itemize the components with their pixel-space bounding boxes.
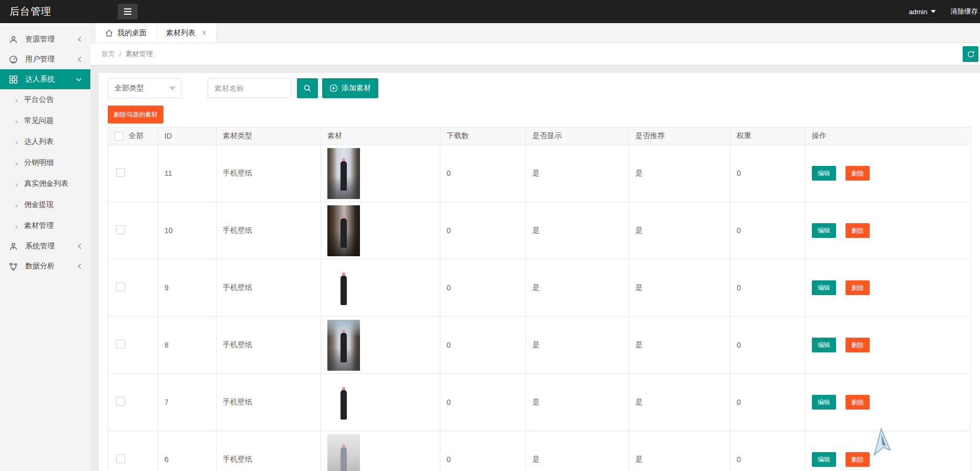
cell-weight: 0 xyxy=(730,259,806,317)
cell-downloads: 0 xyxy=(440,374,526,431)
sidebar-item-system[interactable]: 系统管理 xyxy=(0,236,90,256)
add-material-label: 添加素材 xyxy=(342,83,371,93)
main-area: 我的桌面 素材列表 × 首页 / 素材管理 全部类型 xyxy=(90,23,980,471)
cell-weight: 0 xyxy=(730,374,806,431)
material-thumbnail[interactable] xyxy=(327,377,360,428)
cell-visible: 是 xyxy=(526,374,629,431)
material-thumbnail[interactable] xyxy=(327,148,360,199)
cell-recommended: 是 xyxy=(629,145,730,202)
hamburger-icon xyxy=(123,8,132,15)
dial-icon xyxy=(9,55,18,64)
cell-id: 11 xyxy=(158,145,216,202)
delete-button[interactable]: 删除 xyxy=(845,223,870,238)
content-area: 全部类型 添加素材 删除勾选的素材 xyxy=(90,65,980,471)
refresh-icon xyxy=(967,50,975,58)
row-checkbox[interactable] xyxy=(116,454,125,463)
close-icon[interactable]: × xyxy=(202,29,207,37)
cell-downloads: 0 xyxy=(440,145,526,202)
cell-downloads: 0 xyxy=(440,259,526,317)
header-weight: 权重 xyxy=(730,128,806,145)
sidebar-item-label: 用户管理 xyxy=(25,55,55,64)
user-menu[interactable]: admin xyxy=(909,8,936,16)
header-visible: 是否显示 xyxy=(526,128,629,145)
chevron-down-icon xyxy=(76,77,82,82)
chevron-right-icon: › xyxy=(15,117,18,125)
edit-button[interactable]: 编辑 xyxy=(812,338,836,352)
sidebar-subitem-material-management[interactable]: › 素材管理 xyxy=(0,215,90,236)
refresh-button[interactable] xyxy=(963,46,978,62)
material-name-input[interactable] xyxy=(208,78,292,98)
row-checkbox[interactable] xyxy=(116,397,125,406)
material-thumbnail[interactable] xyxy=(327,434,360,471)
breadcrumb-home[interactable]: 首页 xyxy=(101,49,115,59)
table-row: 7 手机壁纸 0 是 是 0 编辑 删除 xyxy=(108,374,971,431)
edit-button[interactable]: 编辑 xyxy=(812,166,836,181)
sidebar-subitem-label: 分销明细 xyxy=(24,158,54,168)
sidebar-item-label: 系统管理 xyxy=(25,242,55,251)
chevron-right-icon: › xyxy=(15,96,18,104)
sidebar-subitem-commission-withdraw[interactable]: › 佣金提现 xyxy=(0,194,90,215)
delete-button[interactable]: 删除 xyxy=(845,280,870,295)
edit-button[interactable]: 编辑 xyxy=(812,223,836,238)
delete-button[interactable]: 删除 xyxy=(845,166,870,181)
delete-button[interactable]: 删除 xyxy=(845,452,870,467)
sidebar-subitem-label: 真实佣金列表 xyxy=(24,179,68,189)
sidebar-item-talent-system[interactable]: 达人系统 xyxy=(0,69,90,89)
cell-material-type: 手机壁纸 xyxy=(216,259,321,317)
row-checkbox[interactable] xyxy=(116,282,125,291)
row-checkbox[interactable] xyxy=(116,225,125,234)
type-select[interactable]: 全部类型 xyxy=(108,78,181,98)
material-thumbnail[interactable] xyxy=(327,205,360,256)
grid-icon xyxy=(9,75,18,84)
header-actions: 操作 xyxy=(806,128,971,145)
sidebar-item-resources[interactable]: 资源管理 xyxy=(0,29,90,49)
cell-id: 8 xyxy=(158,317,216,374)
sidebar-subitem-real-commission-list[interactable]: › 真实佣金列表 xyxy=(0,173,90,194)
add-material-button[interactable]: 添加素材 xyxy=(322,78,378,98)
cell-recommended: 是 xyxy=(629,259,730,317)
sidebar-item-label: 数据分析 xyxy=(25,261,55,271)
header-id: ID xyxy=(158,128,216,145)
header-material-type: 素材类型 xyxy=(216,128,321,145)
table-row: 6 手机壁纸 0 是 是 0 编辑 删除 xyxy=(108,431,971,471)
table-row: 9 手机壁纸 0 是 是 0 编辑 删除 xyxy=(108,259,971,317)
edit-button[interactable]: 编辑 xyxy=(812,395,836,410)
sidebar-item-users[interactable]: 用户管理 xyxy=(0,49,90,69)
row-checkbox[interactable] xyxy=(116,168,125,177)
material-thumbnail[interactable] xyxy=(327,320,360,371)
tab-material-list[interactable]: 素材列表 × xyxy=(157,23,216,43)
cell-downloads: 0 xyxy=(440,202,526,259)
sidebar-subitem-talent-list[interactable]: › 达人列表 xyxy=(0,131,90,152)
bulk-delete-button[interactable]: 删除勾选的素材 xyxy=(108,106,163,123)
cell-visible: 是 xyxy=(526,317,629,374)
chevron-right-icon: › xyxy=(15,222,18,230)
clear-cache-button[interactable]: 清除缓存 xyxy=(951,7,978,16)
home-icon xyxy=(105,29,113,37)
select-all-checkbox[interactable] xyxy=(115,132,123,141)
material-table: 全部 ID 素材类型 素材 下载数 是否显示 是否推荐 权重 操作 11 手机壁… xyxy=(108,127,971,471)
sidebar-subitem-label: 达人列表 xyxy=(24,137,54,146)
tab-my-desktop[interactable]: 我的桌面 xyxy=(95,23,157,43)
sidebar-item-data-analysis[interactable]: 数据分析 xyxy=(0,256,90,276)
chevron-left-icon xyxy=(77,36,82,43)
search-icon xyxy=(303,84,312,92)
chevron-left-icon xyxy=(77,56,82,62)
sidebar-subitem-platform-announcement[interactable]: › 平台公告 xyxy=(0,89,90,110)
row-checkbox[interactable] xyxy=(116,340,125,349)
cell-weight: 0 xyxy=(730,317,806,374)
material-thumbnail[interactable] xyxy=(327,263,360,313)
sidebar-toggle-button[interactable] xyxy=(118,4,138,19)
sidebar-subitem-faq[interactable]: › 常见问题 xyxy=(0,110,90,131)
header-recommended: 是否推荐 xyxy=(629,128,730,145)
cell-material-type: 手机壁纸 xyxy=(216,374,321,431)
sidebar-subitem-distribution-detail[interactable]: › 分销明细 xyxy=(0,152,90,173)
breadcrumb: 首页 / 素材管理 xyxy=(101,49,153,59)
delete-button[interactable]: 删除 xyxy=(845,338,870,352)
search-button[interactable] xyxy=(297,78,318,98)
sidebar-item-label: 资源管理 xyxy=(25,35,55,44)
edit-button[interactable]: 编辑 xyxy=(812,280,836,295)
delete-button[interactable]: 删除 xyxy=(845,395,870,410)
edit-button[interactable]: 编辑 xyxy=(812,452,836,467)
cell-material-type: 手机壁纸 xyxy=(216,431,321,471)
table-row: 11 手机壁纸 0 是 是 0 编辑 删除 xyxy=(108,145,971,202)
